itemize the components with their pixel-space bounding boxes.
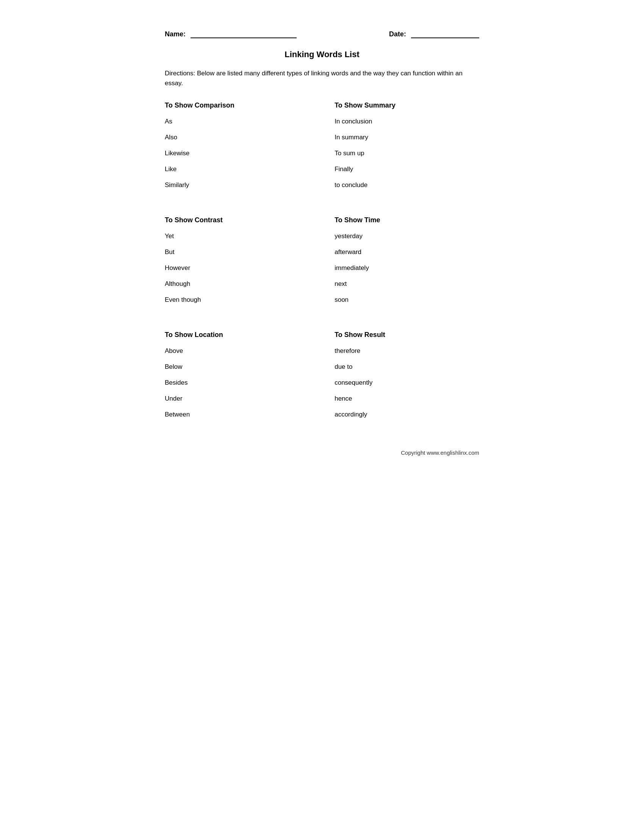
left-item-location-2: Besides — [165, 379, 309, 387]
right-header-comparison: To Show Summary — [335, 101, 479, 109]
name-label: Name: — [165, 30, 186, 38]
right-column-location: To Show Resultthereforedue toconsequentl… — [335, 331, 479, 427]
right-item-contrast-3: next — [335, 280, 479, 288]
name-line — [190, 37, 296, 38]
left-item-contrast-4: Even though — [165, 296, 309, 304]
name-field: Name: — [165, 30, 296, 38]
date-field: Date: — [389, 30, 479, 38]
left-header-location: To Show Location — [165, 331, 309, 339]
section-location: To Show LocationAboveBelowBesidesUnderBe… — [165, 331, 479, 427]
right-item-comparison-0: In conclusion — [335, 118, 479, 125]
left-item-location-4: Between — [165, 411, 309, 418]
right-column-comparison: To Show SummaryIn conclusionIn summaryTo… — [335, 101, 479, 197]
right-item-location-3: hence — [335, 395, 479, 402]
left-column-comparison: To Show ComparisonAsAlsoLikewiseLikeSimi… — [165, 101, 309, 197]
section-comparison: To Show ComparisonAsAlsoLikewiseLikeSimi… — [165, 101, 479, 197]
right-item-location-1: due to — [335, 363, 479, 371]
page: Name: Date: Linking Words List Direction… — [142, 0, 502, 833]
left-item-contrast-1: But — [165, 248, 309, 256]
left-column-location: To Show LocationAboveBelowBesidesUnderBe… — [165, 331, 309, 427]
page-title: Linking Words List — [165, 50, 479, 60]
right-item-location-2: consequently — [335, 379, 479, 387]
left-item-contrast-0: Yet — [165, 233, 309, 240]
date-label: Date: — [389, 30, 406, 38]
left-item-comparison-1: Also — [165, 133, 309, 141]
left-item-comparison-0: As — [165, 118, 309, 125]
right-item-comparison-2: To sum up — [335, 150, 479, 157]
right-item-contrast-2: immediately — [335, 264, 479, 272]
directions-text: Directions: Below are listed many differ… — [165, 69, 479, 88]
header-row: Name: Date: — [165, 30, 479, 38]
left-item-location-3: Under — [165, 395, 309, 402]
right-item-location-4: accordingly — [335, 411, 479, 418]
left-column-contrast: To Show ContrastYetButHoweverAlthoughEve… — [165, 216, 309, 312]
right-column-contrast: To Show Timeyesterdayafterwardimmediatel… — [335, 216, 479, 312]
section-contrast: To Show ContrastYetButHoweverAlthoughEve… — [165, 216, 479, 312]
right-item-location-0: therefore — [335, 347, 479, 355]
right-item-contrast-0: yesterday — [335, 233, 479, 240]
right-item-comparison-3: Finally — [335, 166, 479, 173]
left-item-contrast-2: However — [165, 264, 309, 272]
left-item-comparison-2: Likewise — [165, 150, 309, 157]
left-item-comparison-3: Like — [165, 166, 309, 173]
copyright-text: Copyright www.englishlinx.com — [165, 449, 479, 456]
right-header-location: To Show Result — [335, 331, 479, 339]
right-item-comparison-4: to conclude — [335, 182, 479, 189]
sections-container: To Show ComparisonAsAlsoLikewiseLikeSimi… — [165, 101, 479, 427]
right-item-comparison-1: In summary — [335, 133, 479, 141]
left-item-contrast-3: Although — [165, 280, 309, 288]
left-item-location-1: Below — [165, 363, 309, 371]
right-item-contrast-1: afterward — [335, 248, 479, 256]
right-item-contrast-4: soon — [335, 296, 479, 304]
left-header-comparison: To Show Comparison — [165, 101, 309, 109]
left-header-contrast: To Show Contrast — [165, 216, 309, 224]
date-line — [411, 37, 479, 38]
right-header-contrast: To Show Time — [335, 216, 479, 224]
left-item-comparison-4: Similarly — [165, 182, 309, 189]
left-item-location-0: Above — [165, 347, 309, 355]
